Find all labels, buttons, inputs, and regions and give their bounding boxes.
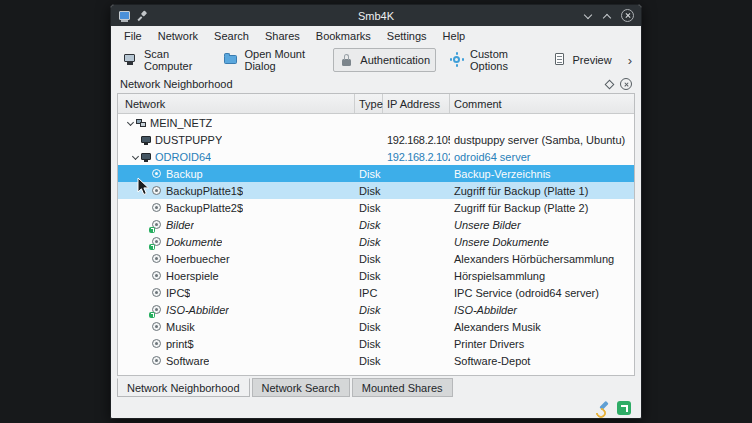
bottom-tabstrip: Network NeighborhoodNetwork SearchMounte… (117, 378, 641, 397)
menubar: FileNetworkSearchSharesBookmarksSettings… (111, 26, 641, 46)
cell-ip-address (383, 250, 450, 267)
menu-help[interactable]: Help (435, 28, 474, 44)
cell-type (355, 148, 383, 165)
share-name: Software (166, 355, 209, 367)
toolbar-button-authentication[interactable]: Authentication (333, 48, 436, 72)
cell-network: Hoerspiele (118, 267, 355, 284)
share-mounted-icon (152, 236, 163, 248)
tree-row-dustpuppy[interactable]: DUSTPUPPY192.168.2.105dustpuppy server (… (118, 131, 634, 148)
tree-row-mein-netz[interactable]: MEIN_NETZ (118, 114, 634, 131)
mounted-emblem-icon (149, 244, 155, 250)
cell-comment: Unsere Dokumente (450, 233, 634, 250)
minimize-button[interactable] (583, 11, 593, 21)
tree-row-backupplatte2[interactable]: BackupPlatte2$DiskZugriff für Backup (Pl… (118, 199, 634, 216)
tree-row-hoerbuecher[interactable]: HoerbuecherDiskAlexanders Hörbüchersamml… (118, 250, 634, 267)
table-header: NetworkTypeIP AddressComment (118, 94, 634, 114)
cell-ip-address (383, 199, 450, 216)
cell-ip-address: 192.168.2.105 (383, 131, 450, 148)
cell-comment: Printer Drivers (450, 335, 634, 352)
tree-row-iso-abbilder[interactable]: ISO-AbbilderDiskISO-Abbilder (118, 301, 634, 318)
cell-network: DUSTPUPPY (118, 131, 355, 148)
cell-network: BackupPlatte2$ (118, 199, 355, 216)
expander-icon[interactable] (130, 151, 141, 162)
computer-icon (141, 134, 152, 146)
menu-bookmarks[interactable]: Bookmarks (308, 28, 379, 44)
titlebar[interactable]: Smb4K (111, 5, 641, 26)
status-bar (111, 397, 641, 418)
network-browser-table: NetworkTypeIP AddressComment MEIN_NETZDU… (117, 93, 635, 376)
cell-comment: Zugriff für Backup (Platte 1) (450, 182, 634, 199)
close-button[interactable] (621, 9, 634, 22)
share-name: DUSTPUPPY (155, 134, 222, 146)
share-name: Backup (166, 168, 203, 180)
maximize-button[interactable] (602, 11, 612, 21)
dock-float-icon[interactable] (605, 79, 615, 89)
share-icon (152, 270, 163, 282)
cell-network: Bilder (118, 216, 355, 233)
toolbar-button-label: Authentication (360, 54, 430, 66)
network-config-indicator-icon (595, 401, 609, 415)
cell-network: Hoerbuecher (118, 250, 355, 267)
share-mounted-indicator-icon (617, 401, 631, 415)
cell-ip-address (383, 301, 450, 318)
window-title: Smb4K (111, 10, 641, 22)
share-name: BackupPlatte1$ (166, 185, 243, 197)
cell-type (355, 131, 383, 148)
preview-icon (552, 52, 568, 68)
tree-row-backup[interactable]: BackupDiskBackup-Verzeichnis (118, 165, 634, 182)
menu-search[interactable]: Search (206, 28, 257, 44)
tree-row-musik[interactable]: MusikDiskAlexanders Musik (118, 318, 634, 335)
menu-file[interactable]: File (116, 28, 150, 44)
share-mounted-icon (152, 304, 163, 316)
share-name: Hoerspiele (166, 270, 219, 282)
cell-network: IPC$ (118, 284, 355, 301)
toolbar-button-custom-options[interactable]: Custom Options (443, 44, 539, 76)
pin-icon[interactable] (137, 10, 147, 21)
column-header-ip-address[interactable]: IP Address (383, 94, 450, 113)
dock-close-icon[interactable] (620, 78, 632, 90)
expander-icon[interactable] (125, 117, 136, 128)
cell-type (355, 114, 383, 131)
tree-row-software[interactable]: SoftwareDiskSoftware-Depot (118, 352, 634, 369)
tab-network-search[interactable]: Network Search (252, 378, 350, 397)
column-header-type[interactable]: Type (355, 94, 383, 113)
tab-network-neighborhood[interactable]: Network Neighborhood (117, 378, 250, 397)
computer-icon (141, 151, 152, 163)
cell-network: MEIN_NETZ (118, 114, 355, 131)
cell-ip-address (383, 352, 450, 369)
cell-type: Disk (355, 301, 383, 318)
cell-network: ODROID64 (118, 148, 355, 165)
tree-row-dokumente[interactable]: DokumenteDiskUnsere Dokumente (118, 233, 634, 250)
column-header-network[interactable]: Network (118, 94, 355, 113)
cell-comment: Alexanders Hörbüchersammlung (450, 250, 634, 267)
menu-network[interactable]: Network (150, 28, 206, 44)
menu-settings[interactable]: Settings (379, 28, 435, 44)
tree-row-backupplatte1[interactable]: BackupPlatte1$DiskZugriff für Backup (Pl… (118, 182, 634, 199)
toolbar-button-open-mount-dialog[interactable]: Open Mount Dialog (217, 44, 326, 76)
tree-row-print[interactable]: print$DiskPrinter Drivers (118, 335, 634, 352)
share-name: print$ (166, 338, 194, 350)
cell-ip-address (383, 284, 450, 301)
dock-header[interactable]: Network Neighborhood (117, 75, 635, 93)
share-name: Bilder (166, 219, 194, 231)
tree-row-bilder[interactable]: BilderDiskUnsere Bilder (118, 216, 634, 233)
toolbar-button-label: Preview (573, 54, 612, 66)
cell-comment: odroid64 server (450, 148, 634, 165)
cell-type: Disk (355, 352, 383, 369)
toolbar-button-preview[interactable]: Preview (546, 48, 618, 72)
cell-type: Disk (355, 335, 383, 352)
column-header-comment[interactable]: Comment (450, 94, 634, 113)
folder-mount-icon (223, 52, 239, 68)
share-icon (152, 355, 163, 367)
tree-row-ipc[interactable]: IPC$IPCIPC Service (odroid64 server) (118, 284, 634, 301)
tree-row-hoerspiele[interactable]: HoerspieleDiskHörspielsammlung (118, 267, 634, 284)
cell-comment: dustpuppy server (Samba, Ubuntu) (450, 131, 634, 148)
tree-row-odroid64[interactable]: ODROID64192.168.2.102odroid64 server (118, 148, 634, 165)
cell-comment: Zugriff für Backup (Platte 2) (450, 199, 634, 216)
toolbar-overflow-chevron-icon[interactable]: › (625, 53, 635, 68)
menu-shares[interactable]: Shares (257, 28, 308, 44)
toolbar-button-label: Custom Options (470, 48, 533, 72)
share-name: Hoerbuecher (166, 253, 230, 265)
toolbar-button-scan-computer[interactable]: Scan Computer (117, 44, 210, 76)
tab-mounted-shares[interactable]: Mounted Shares (352, 378, 453, 397)
